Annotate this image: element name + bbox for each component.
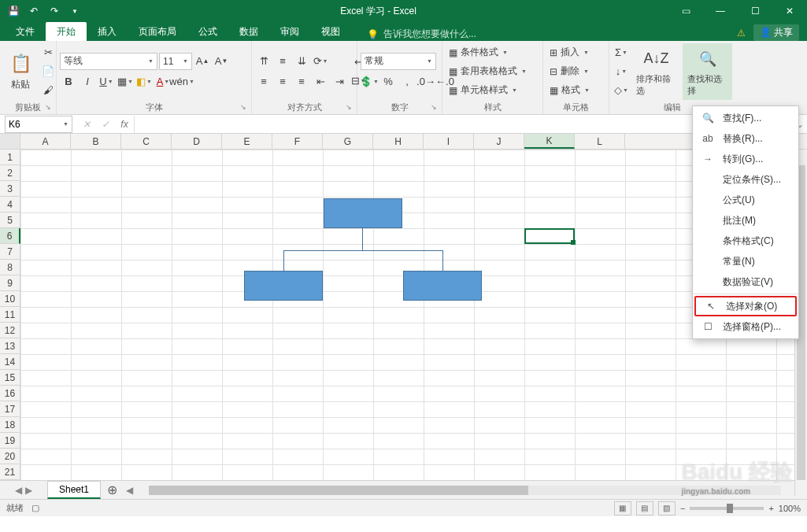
number-format-combo[interactable]: 常规▼	[361, 53, 436, 70]
clear-icon[interactable]: ◇▼	[613, 82, 630, 99]
warning-icon[interactable]: ⚠	[737, 28, 746, 39]
menu-comments[interactable]: 批注(M)	[693, 210, 798, 231]
align-right-icon[interactable]: ≡	[293, 73, 310, 91]
col-A[interactable]: A	[20, 134, 71, 149]
increase-indent-icon[interactable]: ⇥	[331, 73, 348, 91]
cancel-formula-icon[interactable]: ✕	[77, 116, 96, 133]
scroll-left-icon[interactable]: ◀	[123, 485, 136, 496]
delete-cells-button[interactable]: ⊟删除▼	[546, 63, 593, 80]
find-select-button[interactable]: 🔍 查找和选择	[683, 43, 732, 100]
maximize-icon[interactable]: ☐	[738, 0, 772, 22]
enter-formula-icon[interactable]: ✓	[96, 116, 115, 133]
macro-record-icon[interactable]: ▢	[31, 503, 39, 513]
col-H[interactable]: H	[373, 134, 424, 149]
row-20[interactable]: 20	[0, 449, 20, 464]
copy-icon[interactable]: 📄	[39, 63, 57, 80]
phonetic-icon[interactable]: wén▼	[173, 73, 191, 91]
orientation-icon[interactable]: ⟳▼	[312, 53, 329, 70]
row-17[interactable]: 17	[0, 401, 20, 417]
undo-icon[interactable]: ↶	[25, 2, 43, 20]
row-19[interactable]: 19	[0, 433, 20, 449]
zoom-in-icon[interactable]: +	[768, 504, 773, 513]
menu-selection-pane[interactable]: ☐选择窗格(P)...	[693, 316, 798, 337]
col-E[interactable]: E	[222, 134, 272, 149]
align-bottom-icon[interactable]: ⇊	[293, 53, 310, 70]
row-8[interactable]: 8	[0, 260, 20, 275]
col-D[interactable]: D	[172, 134, 222, 149]
bold-icon[interactable]: B	[60, 73, 77, 91]
page-layout-view-icon[interactable]: ▤	[636, 501, 653, 515]
col-I[interactable]: I	[424, 134, 474, 149]
row-6[interactable]: 6	[0, 228, 20, 244]
row-15[interactable]: 15	[0, 370, 20, 386]
row-12[interactable]: 12	[0, 323, 20, 338]
fill-handle[interactable]	[571, 240, 576, 245]
minimize-icon[interactable]: —	[703, 0, 738, 22]
col-K[interactable]: K	[524, 134, 575, 149]
conditional-format-button[interactable]: ▦条件格式▼	[446, 44, 530, 61]
align-top-icon[interactable]: ⇈	[255, 53, 272, 70]
row-18[interactable]: 18	[0, 417, 20, 433]
row-21[interactable]: 21	[0, 464, 20, 480]
row-3[interactable]: 3	[0, 181, 20, 197]
row-10[interactable]: 10	[0, 291, 20, 307]
row-1[interactable]: 1	[0, 150, 20, 165]
tab-file[interactable]: 文件	[5, 22, 46, 41]
horizontal-scrollbar[interactable]: ◀ ▶	[123, 484, 807, 497]
clipboard-launcher-icon[interactable]: ↘	[45, 103, 51, 111]
row-9[interactable]: 9	[0, 275, 20, 291]
format-painter-icon[interactable]: 🖌	[39, 82, 57, 99]
row-16[interactable]: 16	[0, 386, 20, 401]
sheet-nav[interactable]: ◀ ▶	[0, 485, 47, 496]
align-center-icon[interactable]: ≡	[274, 73, 291, 91]
save-icon[interactable]: 💾	[5, 2, 22, 20]
share-button[interactable]: 👤 共享	[753, 24, 799, 41]
col-G[interactable]: G	[323, 134, 373, 149]
menu-goto[interactable]: →转到(G)...	[693, 149, 798, 169]
col-F[interactable]: F	[272, 134, 323, 149]
row-2[interactable]: 2	[0, 165, 20, 181]
percent-icon[interactable]: %	[379, 73, 397, 91]
add-sheet-button[interactable]: ⊕	[101, 482, 123, 497]
italic-icon[interactable]: I	[79, 73, 96, 91]
table-format-button[interactable]: ▦套用表格格式▼	[446, 63, 530, 80]
font-launcher-icon[interactable]: ↘	[240, 103, 246, 111]
col-B[interactable]: B	[71, 134, 121, 149]
comma-icon[interactable]: ,	[398, 73, 416, 91]
redo-icon[interactable]: ↷	[46, 2, 63, 20]
zoom-slider[interactable]	[690, 507, 764, 510]
menu-constants[interactable]: 常量(N)	[693, 251, 798, 272]
tab-home[interactable]: 开始	[46, 22, 87, 41]
row-5[interactable]: 5	[0, 212, 20, 228]
fill-color-icon[interactable]: ◧▼	[135, 73, 153, 91]
tab-insert[interactable]: 插入	[87, 22, 128, 41]
menu-special[interactable]: 定位条件(S)...	[693, 169, 798, 190]
number-launcher-icon[interactable]: ↘	[431, 103, 437, 111]
col-L[interactable]: L	[575, 134, 625, 149]
menu-select-objects[interactable]: ↖选择对象(O)	[694, 296, 797, 316]
tab-data[interactable]: 数据	[228, 22, 269, 41]
name-box[interactable]: K6▼	[5, 116, 72, 133]
shape-left[interactable]	[244, 271, 323, 301]
tab-formulas[interactable]: 公式	[187, 22, 228, 41]
cell-styles-button[interactable]: ▦单元格样式▼	[446, 82, 530, 99]
active-cell[interactable]	[524, 228, 575, 244]
fx-icon[interactable]: fx	[115, 116, 134, 133]
borders-icon[interactable]: ▦▼	[117, 73, 134, 91]
normal-view-icon[interactable]: ▦	[614, 501, 631, 515]
row-14[interactable]: 14	[0, 354, 20, 370]
row-13[interactable]: 13	[0, 338, 20, 354]
increase-decimal-icon[interactable]: .0→	[417, 73, 435, 91]
autosum-icon[interactable]: Σ▼	[613, 44, 630, 61]
menu-replace[interactable]: ab替换(R)...	[693, 128, 798, 149]
menu-validation[interactable]: 数据验证(V)	[693, 272, 798, 292]
col-J[interactable]: J	[474, 134, 524, 149]
shape-top[interactable]	[324, 198, 402, 228]
horizontal-scroll-thumb[interactable]	[149, 486, 528, 495]
tell-me[interactable]: 💡 告诉我您想要做什么...	[367, 28, 476, 41]
menu-formulas[interactable]: 公式(U)	[693, 190, 798, 210]
cells[interactable]	[20, 150, 807, 480]
select-all-button[interactable]	[0, 134, 20, 149]
col-C[interactable]: C	[121, 134, 172, 149]
page-break-view-icon[interactable]: ▧	[658, 501, 676, 515]
